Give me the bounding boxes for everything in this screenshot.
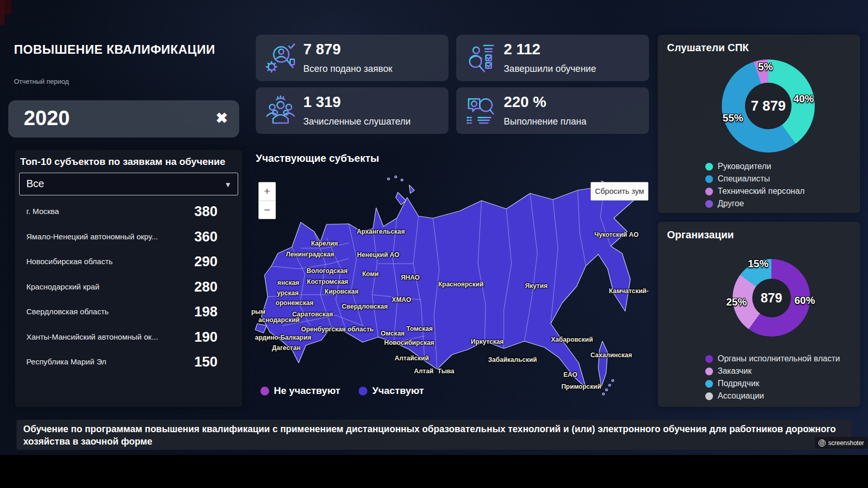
pie-slice-label: 25%	[726, 296, 747, 308]
legend-label: Другое	[718, 199, 744, 208]
legend-item: Руководители	[705, 162, 804, 171]
kpi-label: Всего подано заявок	[303, 64, 392, 74]
kpi-label: Выполнение плана	[504, 116, 586, 127]
russia-map[interactable]: АрхангельскаяКарелияЛенинградскаяНенецки…	[243, 171, 651, 401]
kpi-card-applications: 7 879 Всего подано заявок	[256, 35, 448, 81]
table-row[interactable]: Краснодарский край280	[15, 275, 242, 300]
table-row[interactable]: г. Москва380	[15, 200, 242, 225]
legend-item: Технический персонал	[705, 187, 804, 196]
watermark: @ screenshoter	[815, 437, 867, 449]
organizations-donut-chart[interactable]: 879 60%25%15%	[733, 259, 810, 337]
pie-slice-label: 5%	[758, 61, 773, 73]
page-title: ПОВЫШЕНИЕ КВАЛИФИКАЦИИ	[14, 42, 215, 57]
person-checklist-icon	[464, 41, 498, 74]
donut-center-total: 7 879	[722, 59, 815, 152]
row-value: 190	[194, 329, 218, 345]
kpi-card-enrolled: 1 319 Зачисленные слушатели	[256, 87, 448, 134]
kpi-value: 2 112	[504, 41, 540, 58]
legend-label: Специалисты	[718, 174, 770, 184]
kpi-card-completed: 2 112 Завершили обучение	[456, 35, 649, 81]
zoom-in-button[interactable]: +	[259, 182, 275, 201]
table-row[interactable]: Ханты-Мансийский автономный ок...190	[15, 325, 242, 350]
kpi-value: 1 319	[303, 94, 341, 111]
row-name: Республика Марий Эл	[26, 357, 106, 366]
at-icon: @	[818, 439, 826, 447]
legend-item: Не участвуют	[260, 385, 340, 396]
legend-item: Заказчик	[705, 367, 840, 376]
region-filter-dropdown[interactable]: Все ▼	[19, 173, 238, 195]
row-value: 150	[194, 354, 218, 370]
panel-title: Организации	[667, 229, 734, 241]
map-title: Участвующие субъекты	[256, 152, 379, 164]
map-legend: Не участвуют Участвуют	[260, 385, 424, 396]
legend-dot	[705, 368, 713, 375]
legend-item: Ассоциации	[705, 391, 840, 401]
dashboard: ПОВЫШЕНИЕ КВАЛИФИКАЦИИ Отчетный период 2…	[0, 0, 868, 488]
footer-bar: Обучение по программам повышения квалифи…	[17, 420, 851, 450]
table-row[interactable]: Свердловская область198	[15, 300, 242, 325]
row-value: 380	[194, 204, 218, 220]
period-value: 2020	[24, 106, 70, 130]
row-name: Свердловская область	[26, 307, 109, 316]
kpi-value: 220 %	[504, 94, 546, 111]
period-label: Отчетный период	[14, 78, 69, 85]
watermark-text: screenshoter	[828, 439, 864, 447]
legend-dot	[705, 355, 713, 363]
reset-zoom-button[interactable]: Сбросить зум	[591, 182, 648, 201]
letterbox-band	[0, 455, 868, 488]
row-name: Новосибирская область	[26, 257, 113, 266]
map-canvas[interactable]	[243, 171, 651, 401]
legend-label: Ассоциации	[718, 391, 764, 401]
donut-legend: Руководители Специалисты Технический пер…	[705, 162, 804, 208]
row-name: г. Москва	[26, 207, 59, 216]
legend-label: Технический персонал	[718, 187, 804, 196]
legend-dot	[705, 200, 713, 208]
legend-item: Подрядчик	[705, 379, 840, 388]
legend-label: Органы исполнительной власти	[718, 354, 840, 363]
clear-filter-icon[interactable]: ✖	[216, 110, 228, 127]
top10-title: Топ-10 субъектов по заявкам на обучение	[20, 156, 225, 167]
listeners-panel: Слушатели СПК 7 879 40%55%5% Руководител…	[658, 35, 860, 213]
top10-panel: Топ-10 субъектов по заявкам на обучение …	[15, 150, 242, 407]
legend-label: Руководители	[718, 162, 771, 171]
people-group-icon	[264, 94, 297, 127]
zoom-out-button[interactable]: −	[259, 201, 275, 219]
table-row[interactable]: Республика Марий Эл150	[15, 350, 242, 375]
screen-artifact	[0, 0, 5, 25]
legend-dot	[359, 387, 367, 395]
panel-title: Слушатели СПК	[667, 42, 749, 54]
kpi-card-plan: 220 % Выполнение плана	[456, 87, 649, 134]
applications-search-icon	[264, 41, 297, 74]
organizations-panel: Организации 879 60%25%15% Органы исполни…	[658, 222, 860, 407]
legend-dot	[705, 163, 713, 171]
legend-item: Другое	[705, 199, 804, 208]
table-row[interactable]: Ямало-Ненецкий автономный окру...360	[15, 225, 242, 250]
legend-label: Заказчик	[718, 367, 752, 376]
listeners-donut-chart[interactable]: 7 879 40%55%5%	[722, 59, 815, 152]
pie-slice-label: 60%	[794, 294, 815, 306]
row-value: 290	[194, 254, 218, 270]
legend-item: Органы исполнительной власти	[705, 354, 840, 363]
legend-dot	[705, 175, 713, 183]
row-name: Ханты-Мансийский автономный ок...	[26, 332, 158, 341]
table-row[interactable]: Новосибирская область290	[15, 250, 242, 275]
chevron-down-icon: ▼	[224, 180, 231, 189]
row-value: 280	[194, 279, 218, 295]
legend-label: Подрядчик	[718, 379, 759, 388]
kpi-label: Зачисленные слушатели	[303, 116, 411, 127]
row-value: 198	[194, 304, 218, 320]
kpi-value: 7 879	[303, 41, 341, 58]
top10-rows: г. Москва380 Ямало-Ненецкий автономный о…	[15, 200, 242, 375]
legend-dot	[705, 188, 713, 195]
legend-label: Участвуют	[372, 385, 424, 396]
pie-slice-label: 15%	[748, 258, 768, 270]
kpi-label: Завершили обучение	[504, 64, 596, 74]
pie-slice-label: 40%	[793, 93, 814, 104]
footer-text: Обучение по программам повышения квалифи…	[23, 423, 845, 448]
period-slicer: 2020 ✖	[8, 100, 239, 138]
row-name: Ямало-Ненецкий автономный окру...	[26, 232, 158, 241]
legend-dot	[705, 380, 713, 388]
donut-legend: Органы исполнительной власти Заказчик По…	[705, 354, 840, 401]
row-value: 360	[194, 229, 218, 245]
legend-label: Не участвуют	[274, 385, 340, 396]
